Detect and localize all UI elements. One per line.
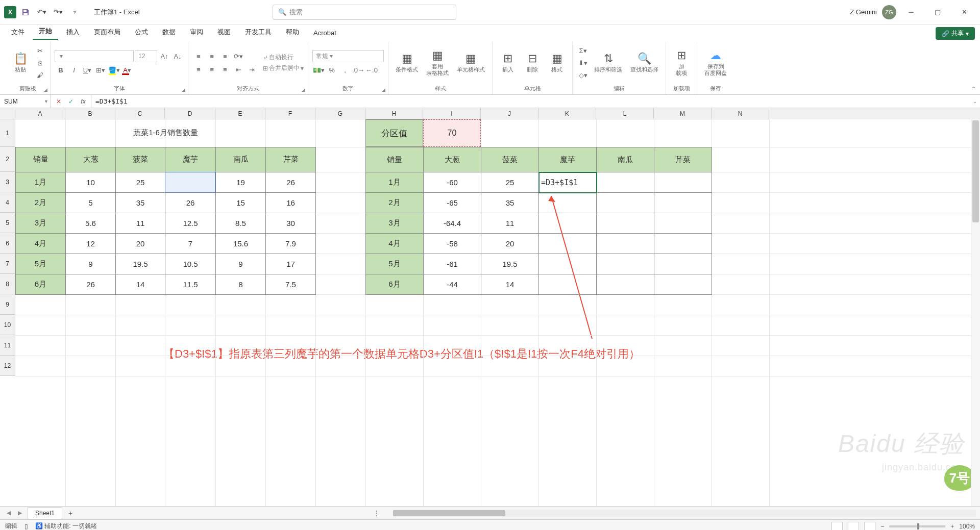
orientation-button[interactable]: ⟳▾ (232, 51, 244, 62)
underline-button[interactable]: U▾ (81, 64, 93, 75)
cell[interactable] (597, 234, 654, 254)
autosum-button[interactable]: Σ▾ (577, 45, 589, 56)
find-select-button[interactable]: 🔍查找和选择 (627, 50, 662, 75)
cell[interactable] (654, 234, 712, 254)
cell[interactable]: 7.9 (266, 233, 316, 254)
align-bottom-button[interactable]: ≡ (219, 51, 231, 62)
row-header[interactable]: 3 (0, 172, 15, 192)
cell[interactable]: 35 (116, 192, 165, 213)
align-middle-button[interactable]: ≡ (206, 51, 218, 62)
cut-button[interactable]: ✂ (34, 45, 46, 56)
cell[interactable]: 15.6 (216, 233, 266, 254)
cell[interactable] (539, 234, 597, 254)
cell[interactable]: 4月 (16, 233, 66, 254)
scrollbar-thumb[interactable] (393, 510, 505, 516)
cell[interactable]: 9 (216, 254, 266, 274)
cell[interactable]: 7 (165, 233, 216, 254)
minimize-button[interactable]: ─ (899, 4, 923, 20)
cell[interactable]: 19.5 (481, 254, 539, 274)
dialog-launcher-icon[interactable]: ◢ (380, 87, 386, 93)
align-top-button[interactable]: ≡ (192, 51, 205, 62)
wrap-text-button[interactable]: ⤶ 自动换行 (263, 53, 304, 62)
cell[interactable] (654, 172, 712, 193)
column-header[interactable]: C (115, 108, 165, 119)
cell[interactable]: 19.5 (116, 254, 165, 274)
tab-insert[interactable]: 插入 (60, 24, 86, 40)
cell[interactable]: 35 (481, 193, 539, 213)
clear-button[interactable]: ◇▾ (577, 69, 589, 81)
inc-decimal-button[interactable]: .0→ (352, 64, 364, 75)
cell[interactable]: 12.5 (165, 213, 216, 233)
cell[interactable]: 8.5 (216, 213, 266, 233)
fill-button[interactable]: ⬇▾ (577, 57, 589, 68)
user-avatar[interactable]: ZG (882, 5, 896, 19)
cell[interactable]: -61 (424, 254, 481, 274)
cell[interactable] (597, 213, 654, 234)
tab-dev[interactable]: 开发工具 (239, 24, 278, 40)
scrollbar-thumb[interactable] (972, 120, 979, 222)
cell[interactable]: 14 (116, 274, 165, 294)
cell[interactable]: 26 (165, 192, 216, 213)
cell[interactable]: 10 (66, 172, 116, 192)
row-header[interactable]: 5 (0, 213, 15, 233)
close-button[interactable]: ✕ (952, 4, 976, 20)
column-header[interactable]: K (538, 108, 596, 119)
dialog-launcher-icon[interactable]: ◢ (42, 87, 48, 93)
view-pagebreak-button[interactable] (864, 522, 875, 531)
cell[interactable] (539, 254, 597, 274)
view-normal-button[interactable] (831, 522, 843, 531)
cancel-edit-button[interactable]: ✕ (53, 96, 64, 107)
cell[interactable]: 7.5 (266, 274, 316, 294)
undo-icon[interactable]: ↶▾ (35, 5, 49, 19)
tab-layout[interactable]: 页面布局 (88, 24, 127, 40)
format-cells-button[interactable]: ▦格式 (546, 50, 568, 75)
view-layout-button[interactable] (848, 522, 859, 531)
row-header[interactable]: 2 (0, 147, 15, 172)
cell[interactable]: 10.5 (165, 254, 216, 274)
font-size-combo[interactable]: 12 (135, 50, 157, 62)
add-sheet-button[interactable]: + (65, 508, 76, 518)
cell[interactable]: 4月 (366, 234, 424, 254)
cell[interactable]: 30 (266, 213, 316, 233)
cell[interactable]: 5月 (16, 254, 66, 274)
cell[interactable] (539, 213, 597, 234)
redo-icon[interactable]: ↷▾ (51, 5, 65, 19)
cell[interactable]: 2月 (16, 192, 66, 213)
cell[interactable]: -60 (424, 172, 481, 193)
cell[interactable]: 20 (116, 233, 165, 254)
font-combo[interactable]: ▾ (55, 50, 134, 62)
column-header[interactable]: B (65, 108, 115, 119)
font-color-button[interactable]: A▾ (121, 64, 133, 75)
dialog-launcher-icon[interactable]: ◢ (300, 87, 306, 93)
paste-button[interactable]: 📋粘贴 (9, 50, 32, 75)
cells-area[interactable]: 【D3+$I$1】指原表第三列魔芋的第一个数据单元格D3+分区值I1（$I$1是… (15, 119, 980, 506)
cell[interactable]: 8 (216, 274, 266, 294)
row-header[interactable]: 1 (0, 119, 15, 147)
cell[interactable]: 26 (266, 172, 316, 192)
cell[interactable]: 11.5 (165, 274, 216, 294)
fx-button[interactable]: fx (78, 96, 89, 107)
tab-acrobat[interactable]: Acrobat (307, 26, 342, 40)
dec-decimal-button[interactable]: ←.0 (365, 64, 378, 75)
tab-view[interactable]: 视图 (211, 24, 237, 40)
indent-inc-button[interactable]: ⇥ (246, 64, 258, 75)
cell[interactable] (597, 193, 654, 213)
confirm-edit-button[interactable]: ✓ (65, 96, 77, 107)
cell[interactable]: 15 (165, 172, 216, 192)
vertical-scrollbar[interactable] (971, 119, 980, 506)
row-header[interactable]: 4 (0, 192, 15, 213)
comma-button[interactable]: , (339, 64, 351, 75)
zoom-handle[interactable] (917, 523, 919, 529)
select-all-corner[interactable] (0, 108, 15, 119)
cell[interactable]: 25 (481, 172, 539, 193)
merge-button[interactable]: ⊞ 合并后居中 ▾ (263, 64, 304, 72)
column-header[interactable]: F (265, 108, 315, 119)
sheet-next-button[interactable]: ▶ (15, 509, 24, 518)
cell[interactable]: 1月 (16, 172, 66, 192)
column-header[interactable]: J (481, 108, 538, 119)
cell[interactable] (539, 274, 597, 295)
column-header[interactable]: N (712, 108, 769, 119)
column-header[interactable]: A (15, 108, 65, 119)
cell[interactable]: -58 (424, 234, 481, 254)
zoom-in-button[interactable]: + (950, 523, 954, 530)
